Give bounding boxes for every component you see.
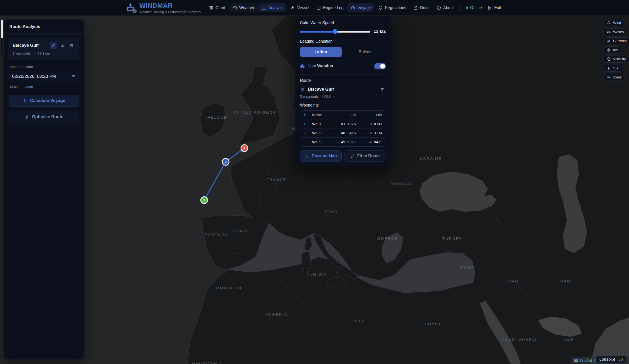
trash-icon — [69, 43, 74, 47]
svg-text:1: 1 — [203, 198, 205, 202]
layer-label: Swell — [613, 75, 621, 79]
waypoint-marker-1[interactable]: 1 — [201, 197, 208, 204]
map-icon — [208, 5, 213, 10]
departure-time-label: Departure Time — [9, 65, 79, 69]
route-card-name: Biscaye Gulf — [13, 43, 50, 48]
route-waypoint-count: 3 waypoints — [13, 51, 31, 55]
route-meta: 3 waypoints · 478.3 nm — [300, 94, 386, 98]
wp-lon: -2.0435 — [356, 140, 382, 144]
info-icon — [436, 5, 441, 10]
delete-route-button[interactable] — [68, 42, 75, 49]
waypoints-table-body: 1 WP 1 43.7076 -9.07472 WP 2 48.3416 -5.… — [300, 119, 386, 146]
country-label-algeria: ALGERIA — [266, 312, 288, 317]
bolt-icon — [25, 115, 29, 119]
download-route-button[interactable] — [59, 42, 66, 49]
brand-logo: WINDMAR Weather Routing & Performance An… — [125, 2, 201, 14]
use-weather-label: Use Weather — [308, 64, 374, 69]
shield-icon — [378, 5, 383, 10]
optimize-route-button[interactable]: Optimize Route — [9, 111, 79, 123]
wp-name: WP 3 — [312, 140, 329, 144]
country-label-morocco: MOROCCO — [216, 286, 242, 290]
departure-time-input[interactable]: 02/20/2026, 08:23 PM — [9, 71, 79, 82]
country-label-libya: LIBYA — [351, 319, 365, 323]
svg-text:3: 3 — [243, 146, 245, 150]
loading-condition-label: Loading Condition — [300, 39, 386, 44]
layer-button-wind[interactable]: Wind — [603, 19, 624, 26]
online-dot — [466, 7, 468, 9]
nav-item-voyage[interactable]: Voyage — [347, 3, 374, 12]
wp-index: 3 — [304, 140, 312, 144]
top-nav: WINDMAR Weather Routing & Performance An… — [0, 0, 629, 16]
wind-icon — [300, 64, 305, 69]
speed-slider-thumb[interactable] — [333, 29, 337, 34]
wp-index: 2 — [304, 131, 312, 135]
loading-option-ballast[interactable]: Ballast — [344, 47, 386, 57]
waves-icon — [607, 30, 611, 34]
delete-route-button-panel[interactable] — [378, 86, 386, 93]
fit-to-route-button[interactable]: Fit to Route — [344, 150, 386, 162]
nav-item-about[interactable]: About — [433, 3, 457, 12]
nav-item-chart[interactable]: Chart — [205, 3, 228, 12]
wind-icon — [607, 21, 611, 25]
exit-button[interactable]: Exit — [484, 3, 504, 12]
sidebar-scrollbar-thumb[interactable] — [1, 20, 3, 38]
wp-lon: -9.0747 — [356, 122, 382, 126]
calculate-voyage-button[interactable]: Calculate Voyage — [9, 95, 79, 107]
bar-chart-icon — [262, 5, 266, 10]
edit-route-button[interactable] — [50, 42, 57, 49]
nav-item-label: Weather — [239, 6, 254, 10]
land-sardinia — [301, 251, 311, 272]
play-icon — [23, 98, 27, 103]
wp-index: 1 — [304, 122, 312, 126]
layer-button-ice[interactable]: Ice — [603, 46, 621, 54]
nav-item-regulations[interactable]: Regulations — [375, 3, 409, 12]
wp-name: WP 2 — [312, 131, 329, 135]
waypoint-row-1[interactable]: 1 WP 1 43.7076 -9.0747 — [300, 119, 386, 128]
console-badge[interactable]: Console 63 — [596, 356, 626, 363]
nav-item-label: Voyage — [357, 6, 371, 10]
nav-item-analysis[interactable]: Analysis — [259, 3, 287, 12]
waypoint-row-3[interactable]: 3 WP 3 49.9017 -2.0435 — [300, 138, 386, 146]
waypoint-row-2[interactable]: 2 WP 2 48.3416 -5.3174 — [300, 128, 386, 138]
nav-item-label: Vessel — [297, 6, 309, 10]
layer-button-swell[interactable]: Swell — [603, 74, 625, 81]
map-pin-icon — [305, 154, 309, 158]
nav-item-vessel[interactable]: Vessel — [287, 3, 312, 12]
country-label-saudi-arabia: SAUDI ARABIA — [502, 337, 537, 342]
layer-button-waves[interactable]: Waves — [603, 28, 627, 35]
nav-divider — [460, 5, 461, 11]
panel-header: Route Analysis — [4, 19, 84, 34]
loading-option-laden[interactable]: Laden — [300, 47, 342, 57]
country-label-united-kingdom: UNITED KINGDOM — [233, 110, 277, 114]
draw-on-map-button[interactable]: Draw on Map — [300, 150, 342, 162]
route-analysis-panel: Route Analysis Biscaye Gulf — [4, 19, 84, 359]
calculate-voyage-label: Calculate Voyage — [30, 98, 65, 103]
nav-item-engine-log[interactable]: Engine Log — [313, 3, 346, 12]
waypoint-marker-3[interactable]: 3 — [241, 145, 248, 152]
map-pin-icon — [300, 87, 305, 92]
swell-icon — [607, 75, 611, 79]
nav-item-docs[interactable]: Docs — [410, 3, 432, 12]
console-count: 63 — [618, 357, 623, 362]
nav-item-label: Docs — [420, 6, 429, 10]
nav-item-weather[interactable]: Weather — [229, 3, 258, 12]
loading-condition-segment: LadenBallast — [300, 47, 386, 57]
layer-button-currents[interactable]: Currents — [603, 37, 629, 44]
exit-icon — [487, 5, 492, 10]
layer-button-sst[interactable]: SST — [603, 65, 623, 72]
use-weather-toggle[interactable] — [374, 63, 386, 69]
speed-slider[interactable] — [300, 31, 370, 33]
leaflet-link[interactable]: Leaflet — [580, 358, 592, 363]
scroll-icon — [316, 5, 321, 10]
country-label-iraq: IRAQ — [507, 279, 519, 283]
route-card[interactable]: Biscaye Gulf — [9, 38, 79, 60]
layer-button-visibility[interactable]: Visibility — [603, 56, 629, 63]
waypoint-marker-2[interactable]: 2 — [222, 159, 229, 165]
layer-label: Ice — [613, 48, 618, 52]
nav-item-label: Regulations — [385, 6, 406, 10]
speed-slider-fill — [300, 31, 335, 33]
ship-logo-icon — [125, 2, 136, 13]
expand-arrows-icon — [351, 154, 355, 158]
country-label-spain: SPAIN — [233, 229, 248, 233]
col-name: Name — [312, 113, 329, 117]
